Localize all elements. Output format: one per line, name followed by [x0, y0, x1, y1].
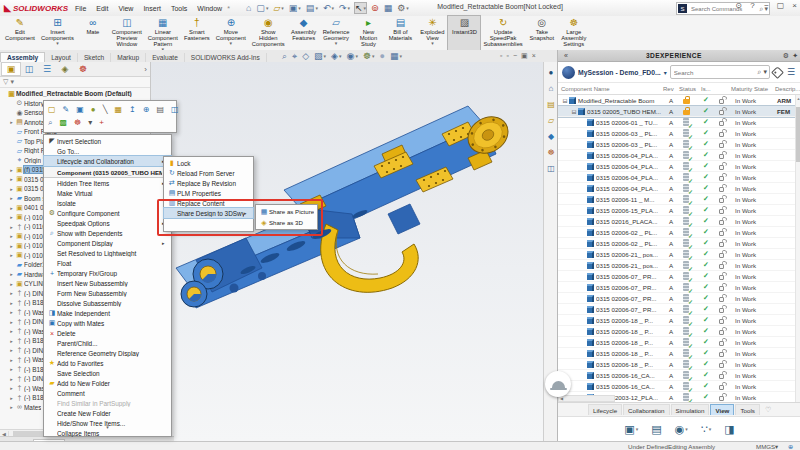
manager-tab[interactable]: ☸: [74, 63, 92, 75]
context-menu-item[interactable]: Reference Geometry Display ▸: [44, 348, 171, 358]
context-tool-icon[interactable]: ⊕: [143, 105, 150, 115]
context-menu-item[interactable]: Set Resolved to Lightweight ▸: [44, 248, 171, 258]
ribbon-button[interactable]: ▤ Bill of Materials ▾: [384, 16, 416, 50]
context-tool-icon[interactable]: ⌕: [48, 118, 52, 128]
component-row[interactable]: ⊟ 0315 02006-07_ PR... A ✓ In Work: [558, 271, 800, 282]
context-menu-item[interactable]: + Temporary Fix/Group ▸: [44, 268, 171, 278]
expand-arrow-icon[interactable]: ▸: [8, 167, 15, 173]
quick-access-button[interactable]: ▤▾: [306, 3, 318, 13]
context-menu-item[interactable]: ★ Add to Favorites ▸: [44, 358, 171, 368]
context-tool-icon[interactable]: ◫: [171, 105, 179, 115]
context-menu-item[interactable]: Find Similar in PartSupply ▸: [44, 398, 171, 408]
quick-access-button[interactable]: ↷▾: [339, 3, 350, 13]
expand-arrow-icon[interactable]: ▸: [8, 338, 15, 344]
dropdown-caret-icon[interactable]: ▾: [266, 3, 269, 13]
context-tool-icon[interactable]: ✎: [63, 105, 70, 115]
dropdown-caret-icon[interactable]: ▾: [331, 3, 334, 13]
panel-tab[interactable]: Collaboration: [623, 404, 669, 415]
expand-arrow-icon[interactable]: ▸: [8, 186, 15, 192]
ribbon-button[interactable]: ▱ Reference Geometry ▾: [320, 16, 353, 50]
ribbon-button[interactable]: ∞ Mate ▾: [77, 16, 109, 50]
context-menu-item[interactable]: Insert New Subassembly ▸: [44, 278, 171, 288]
quick-access-button[interactable]: ⊚▾: [371, 3, 379, 13]
window-control-button[interactable]: ?: [748, 1, 757, 10]
component-row[interactable]: ⊟ 0315 02006-02 _ PL... A ✓ In Work: [558, 238, 800, 249]
column-component-name[interactable]: Component Name: [561, 86, 663, 92]
scroll-up-icon[interactable]: ▲: [796, 96, 800, 101]
component-row[interactable]: ⊟ 0315 02006-18 _ P... A ✓ In Work: [558, 337, 800, 348]
quick-access-button[interactable]: ⌂▾: [246, 3, 251, 13]
expand-arrow-icon[interactable]: ▸: [8, 357, 15, 363]
share-submenu-item[interactable]: ▦ Share as Picture: [256, 206, 317, 217]
filter-icon[interactable]: ▽: [3, 78, 8, 86]
ribbon-button[interactable]: ⊕ Move Component ▾: [213, 16, 249, 50]
context-tool-icon[interactable]: ▾: [88, 118, 92, 128]
expand-arrow-icon[interactable]: ▸: [8, 252, 15, 258]
context-menu-item[interactable]: Component (0315 02005_TUBO HEMBRA D...) …: [44, 166, 171, 178]
submenu-item[interactable]: ▥ Replace Content ▸: [164, 198, 253, 208]
menu-item[interactable]: View: [117, 4, 134, 13]
expand-arrow-icon[interactable]: ▸: [8, 347, 15, 353]
search-icon[interactable]: ⌕: [757, 68, 761, 76]
dropdown-caret-icon[interactable]: ▾: [324, 51, 327, 61]
quick-access-button[interactable]: ▣▾: [289, 3, 301, 13]
component-row[interactable]: ⊟ 0315 02006-11 _ M... A ✓ In Work: [558, 194, 800, 205]
dropdown-caret-icon[interactable]: ▾: [399, 51, 402, 61]
component-row[interactable]: ⊟ 0315 02006-18 _ P... A ✓ In Work: [558, 326, 800, 337]
component-row[interactable]: ⊟ 0315 02006-03 _ PL... A ✓ In Work: [558, 139, 800, 150]
context-tool-icon[interactable]: ●: [91, 105, 96, 115]
status-units[interactable]: MMGS: [756, 443, 775, 450]
context-menu-item[interactable]: × Delete ▸: [44, 328, 171, 338]
gear-icon[interactable]: ⚙: [783, 52, 789, 60]
context-menu-item[interactable]: Form New Subassembly ▸: [44, 288, 171, 298]
quick-access-button[interactable]: ▦▾: [384, 3, 393, 13]
component-row[interactable]: ⊟ 0315 02006-02 _ PL... A ✓ In Work: [558, 227, 800, 238]
ribbon-button[interactable]: ◎ Take Snapshot ▾: [526, 16, 558, 50]
component-row[interactable]: ⊟ 0315 02006-04_PLA... A ✓ In Work: [558, 161, 800, 172]
context-menu-item[interactable]: ⌕ Show with Dependents ▸: [44, 228, 171, 238]
expand-arrow-icon[interactable]: ▸: [8, 385, 15, 391]
context-tool-icon[interactable]: ▢: [48, 105, 56, 115]
submenu-item[interactable]: ▤ PLM Properties ▸: [164, 188, 253, 198]
dropdown-caret-icon[interactable]: ▾: [406, 3, 409, 13]
ribbon-button[interactable]: ✳ Exploded View ▾: [416, 16, 448, 50]
panel-tool-button[interactable]: ▤▾: [651, 424, 661, 434]
panel-tab[interactable]: Lifecycle: [588, 404, 622, 415]
session-name[interactable]: MySession - Demo_FD0...: [578, 69, 661, 76]
component-row[interactable]: ⊟ 0315 02006-04_PLA... A ✓ In Work: [558, 183, 800, 194]
ribbon-button[interactable]: ◫ Component Preview Window ▾: [109, 16, 145, 50]
context-menu-item[interactable]: ◨ Make Independent ▸: [44, 308, 171, 318]
component-row[interactable]: ⊟ 0315 02005_TUBO HEM... A ✓ In Work FEM: [558, 106, 800, 117]
search-caret-icon[interactable]: ▾: [763, 68, 767, 76]
context-menu-item[interactable]: Lifecycle and Collaboration ▸: [44, 156, 171, 166]
view-tool-button[interactable]: ☸▾: [363, 51, 375, 61]
context-menu-item[interactable]: Save Selection ▸: [44, 368, 171, 378]
expand-arrow-icon[interactable]: ▸: [8, 290, 15, 296]
panel-tool-button[interactable]: ▣▾: [624, 424, 638, 434]
dropdown-caret-icon[interactable]: ▾: [339, 51, 342, 61]
ribbon-button[interactable]: ◉ Show Hidden Components ▾: [249, 16, 288, 50]
expand-arrow-icon[interactable]: ▸: [8, 224, 15, 230]
component-row[interactable]: ⊟ 0315 02016_PLACA... A ✓ In Work: [558, 216, 800, 227]
menu-item[interactable]: Edit: [95, 4, 109, 13]
context-tool-icon[interactable]: ▣: [76, 105, 84, 115]
ribbon-button[interactable]: ↻ Update SpeedPak Subassemblies ▾: [480, 16, 525, 50]
panel-tool-button[interactable]: ∵▾: [701, 424, 712, 434]
component-search-input[interactable]: [671, 68, 758, 77]
context-tool-icon[interactable]: ▦: [115, 105, 123, 115]
manager-tab[interactable]: ◈: [56, 63, 74, 75]
component-row[interactable]: ⊟ 0315 02006-15_PLA... A ✓ In Work: [558, 205, 800, 216]
context-menu-item[interactable]: Hidden Tree Items ▸: [44, 178, 171, 188]
component-row[interactable]: ⊟ 0315 02006-18 _ P... A ✓ In Work: [558, 359, 800, 370]
expand-arrow-icon[interactable]: ▸: [8, 366, 15, 372]
view-tool-button[interactable]: ◈▾: [331, 51, 341, 61]
component-row[interactable]: ⊟ 0315 02006-01 _ TU... A ✓ In Work: [558, 117, 800, 128]
dropdown-caret-icon[interactable]: ▾: [56, 41, 59, 45]
view-tool-button[interactable]: ⌕▾: [282, 51, 287, 61]
ribbon-button[interactable]: ✎ Edit Component ▾: [2, 16, 38, 50]
context-tool-icon[interactable]: ☸: [74, 118, 81, 128]
boom-assembly-model[interactable]: [150, 62, 557, 430]
view-tool-button[interactable]: ▧▾: [314, 51, 326, 61]
heart-icon[interactable]: ♡: [765, 406, 771, 414]
component-row[interactable]: ⊟ 0315 02006-18 _ P... A ✓ In Work: [558, 348, 800, 359]
